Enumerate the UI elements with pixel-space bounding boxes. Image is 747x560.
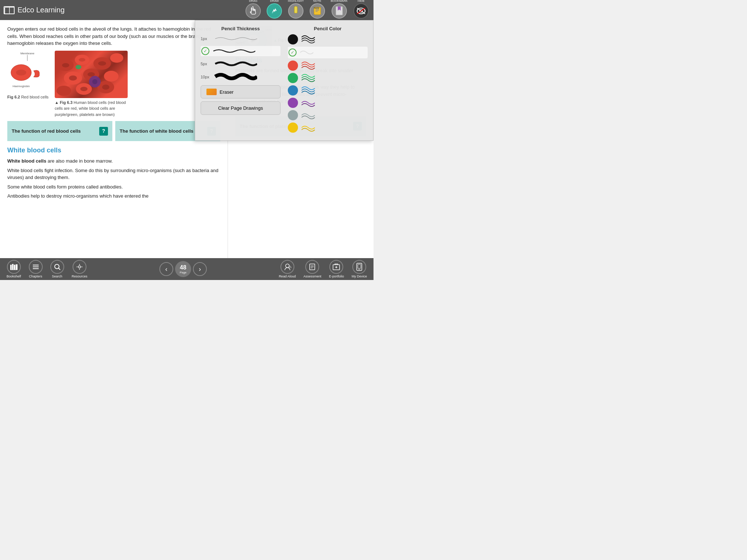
blood-photo-container: ▲ Fig 6.3 Human blood cells (red blood c… (55, 51, 128, 118)
chapters-icon (29, 260, 43, 274)
red-blood-cells-card[interactable]: The function of red blood cells ? (7, 121, 112, 141)
back-button[interactable]: ‹ (159, 262, 173, 276)
color-blue-swatch[interactable] (288, 85, 298, 96)
color-yellow-swatch[interactable] (288, 122, 298, 133)
svg-rect-4 (294, 7, 297, 13)
color-green-wave (301, 73, 316, 83)
top-toolbar: Edco Learning DRAG DRAW (0, 0, 374, 20)
bookmark-button[interactable] (332, 3, 347, 19)
thickness-selected-check: ✓ (201, 47, 209, 55)
color-gray-preview (301, 110, 316, 120)
thickness-10px-preview[interactable] (213, 71, 280, 82)
svg-point-27 (98, 61, 106, 66)
draw-button[interactable] (267, 3, 282, 19)
red-blood-card-btn[interactable]: ? (99, 127, 108, 136)
eraser-button[interactable]: Eraser (201, 85, 280, 98)
color-blue-preview (301, 85, 316, 96)
svg-point-36 (80, 87, 88, 91)
thickness-2px-preview[interactable] (212, 47, 280, 55)
thickness-5px-preview[interactable] (213, 59, 280, 69)
svg-rect-51 (14, 265, 15, 270)
my-device-button[interactable]: My Device (349, 258, 370, 280)
thickness-10px-label: 10px (201, 75, 213, 79)
color-red-preview (301, 61, 316, 71)
color-red-swatch[interactable] (288, 61, 298, 71)
eportfolio-icon (329, 260, 343, 274)
page-circle: 48 Page (175, 261, 191, 277)
note-tool[interactable]: NOTE Note (307, 0, 328, 20)
bookshelf-icon (7, 260, 21, 274)
svg-point-33 (104, 71, 119, 82)
logo-icon (4, 6, 15, 14)
color-blue-wave (301, 85, 316, 96)
thickness-10px-row: 10px (201, 71, 280, 82)
svg-rect-74 (358, 264, 361, 268)
fig-3-label: ▲ Fig 6.3 Human blood cells (red blood c… (55, 100, 128, 118)
note-button[interactable]: Note (310, 3, 325, 19)
clear-drawings-button[interactable]: Clear Page Drawings (201, 101, 280, 115)
resources-button[interactable]: Resources (69, 258, 90, 280)
drag-button[interactable] (245, 3, 261, 19)
thickness-5px-row: 5px (201, 59, 280, 69)
color-black-swatch[interactable] (288, 34, 298, 44)
search-icon (50, 260, 64, 274)
fig-2-label: Fig 6.2 Red blood cells (7, 94, 49, 100)
eportfolio-button[interactable]: E-portfolio (326, 258, 347, 280)
svg-point-20 (16, 70, 26, 75)
drag-label: DRAG (249, 0, 258, 3)
draw-tool[interactable]: DRAW (264, 0, 285, 20)
bookmark-tool[interactable]: BOOKMARK (328, 0, 351, 20)
hide-button[interactable] (353, 3, 369, 19)
svg-text:Haemoglobin: Haemoglobin (12, 85, 30, 88)
hide-tool[interactable]: HIDE (351, 0, 372, 20)
bottom-nav: Bookshelf Chapters Search (0, 258, 374, 280)
search-label: Search (52, 275, 62, 278)
svg-point-41 (76, 65, 81, 69)
toolbar: DRAG DRAW HIGHLIG (243, 0, 374, 20)
wavy-10px (213, 71, 257, 81)
svg-rect-50 (12, 264, 13, 270)
my-device-label: My Device (352, 275, 367, 278)
thickness-1px-preview[interactable] (213, 34, 280, 43)
read-aloud-button[interactable]: Read Aloud (276, 258, 299, 280)
color-purple-swatch[interactable] (288, 98, 298, 108)
color-green-swatch[interactable] (288, 73, 298, 83)
color-selected-check: ✓ (289, 48, 297, 57)
svg-rect-49 (10, 265, 12, 270)
svg-point-25 (79, 58, 85, 62)
resources-label: Resources (72, 275, 88, 278)
svg-point-23 (62, 63, 69, 67)
highlight-button[interactable] (288, 3, 303, 19)
app-title: Edco Learning (18, 6, 65, 14)
color-gray-swatch[interactable] (288, 110, 298, 120)
svg-point-40 (92, 79, 97, 84)
pencil-color-col: Pencil Color ✓ (288, 26, 368, 135)
hide-label: HIDE (357, 0, 364, 3)
page-label: Page (180, 271, 187, 274)
search-button[interactable]: Search (47, 258, 67, 280)
svg-point-3 (272, 12, 273, 13)
chapters-button[interactable]: Chapters (26, 258, 46, 280)
bookshelf-button[interactable]: Bookshelf (4, 258, 24, 280)
blood-cells-image (55, 51, 128, 98)
svg-point-32 (88, 72, 95, 77)
app-logo: Edco Learning (0, 6, 65, 14)
white-blood-title: White blood cells (7, 145, 220, 155)
color-yellow-wave (301, 122, 316, 133)
red-blood-card-text: The function of red blood cells (12, 128, 81, 135)
page-content: Oxygen enters our red blood cells in the… (0, 20, 228, 258)
drag-tool[interactable]: DRAG (243, 0, 264, 20)
forward-button[interactable]: › (193, 262, 207, 276)
svg-rect-52 (16, 264, 18, 270)
highlight-tool[interactable]: HIGHLIGHT (285, 0, 307, 20)
bookshelf-label: Bookshelf (7, 275, 21, 278)
thickness-title: Pencil Thickness (201, 26, 280, 31)
white-blood-text1: White blood cells are also made in bone … (7, 158, 220, 165)
assessment-label: Assessment (303, 275, 321, 278)
thickness-2px-row: ✓ (201, 46, 280, 56)
nav-left: Bookshelf Chapters Search (4, 258, 90, 280)
cell-diagram-box: Membrane Haemoglobin Fig 6.2 Red blood c… (7, 51, 49, 100)
wavy-1px (213, 34, 257, 42)
svg-point-64 (286, 264, 289, 268)
assessment-button[interactable]: Assessment (301, 258, 324, 280)
